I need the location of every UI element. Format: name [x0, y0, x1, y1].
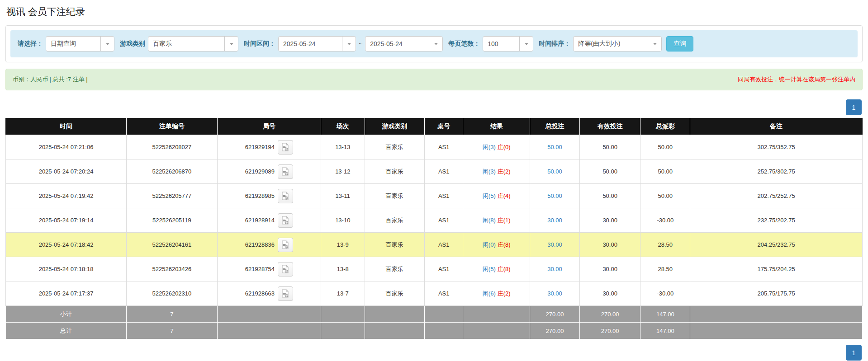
page-size-label: 每页笔数： [448, 40, 480, 48]
chevron-down-icon [519, 37, 533, 51]
col-header-game-type: 游戏类别 [365, 118, 425, 135]
date-range-tilde: ~ [359, 40, 362, 47]
subtotal-label: 小计 [6, 306, 127, 323]
cell-payout: 50.00 [640, 159, 690, 184]
total-bet-link[interactable]: 50.00 [547, 168, 562, 175]
cell-game-type: 百家乐 [365, 257, 425, 281]
footer-empty-cell [217, 306, 321, 323]
footer-empty-cell [217, 323, 321, 339]
sort-order-value: 降幂(由大到小) [574, 37, 648, 51]
cell-payout: -30.00 [640, 208, 690, 233]
pagination-bottom: 1 [5, 345, 862, 361]
cell-session: 13-7 [321, 281, 365, 306]
cell-bet-id: 522526205777 [127, 184, 218, 208]
round-id-text: 621928663 [245, 290, 275, 297]
cell-remark: 175.75/204.25 [690, 257, 863, 281]
game-type-select[interactable]: 百家乐 [148, 36, 238, 52]
video-replay-button[interactable] [278, 164, 293, 179]
total-bet-link[interactable]: 50.00 [547, 144, 562, 150]
summary-bar: 币别：人民币 | 总共 :7 注单 | 同局有效投注，统一计算在该局第一张注单内 [5, 69, 863, 90]
total-bet-link[interactable]: 30.00 [547, 290, 562, 297]
page-size-select[interactable]: 100 [483, 36, 533, 52]
cell-result: 闲(6)庄(2) [463, 281, 530, 306]
cell-round-id: 621928914 [217, 208, 321, 233]
pagination-page-1[interactable]: 1 [846, 99, 862, 115]
result-player: 闲(5) [483, 266, 496, 272]
video-replay-button[interactable] [278, 238, 293, 252]
table-row: 2025-05-24 07:20:24 522526206870 6219290… [6, 159, 863, 184]
total-bet-link[interactable]: 30.00 [547, 217, 562, 224]
cell-payout: -30.00 [640, 281, 690, 306]
video-file-icon [281, 167, 289, 176]
cell-valid-bet: 30.00 [579, 233, 640, 257]
col-header-result: 结果 [463, 118, 530, 135]
video-replay-button[interactable] [278, 213, 293, 228]
footer-empty-cell [690, 323, 863, 339]
result-banker: 庄(0) [498, 144, 511, 150]
grandtotal-row: 总计 7 270.00 270.00 147.00 [6, 323, 863, 339]
cell-table: AS1 [425, 233, 463, 257]
col-header-session: 场次 [321, 118, 365, 135]
cell-game-type: 百家乐 [365, 159, 425, 184]
chevron-down-icon [100, 37, 114, 51]
col-header-remark: 备注 [690, 118, 863, 135]
cell-round-id: 621928836 [217, 233, 321, 257]
cell-time: 2025-05-24 07:17:37 [6, 281, 127, 306]
cell-bet-id: 522526205119 [127, 208, 218, 233]
cell-result: 闲(5)庄(4) [463, 184, 530, 208]
table-row: 2025-05-24 07:19:42 522526205777 6219289… [6, 184, 863, 208]
grandtotal-label: 总计 [6, 323, 127, 339]
cell-valid-bet: 30.00 [579, 257, 640, 281]
cell-game-type: 百家乐 [365, 208, 425, 233]
video-replay-button[interactable] [278, 286, 293, 301]
video-replay-button[interactable] [278, 140, 293, 155]
footer-empty-cell [321, 306, 365, 323]
cell-game-type: 百家乐 [365, 281, 425, 306]
query-type-value: 日期查询 [46, 37, 100, 51]
search-button[interactable]: 查询 [666, 36, 693, 52]
result-player: 闲(8) [483, 217, 496, 224]
query-type-select[interactable]: 日期查询 [46, 36, 114, 52]
cell-round-id: 621928663 [217, 281, 321, 306]
round-id-text: 621929089 [245, 168, 275, 175]
table-row: 2025-05-24 07:18:18 522526203426 6219287… [6, 257, 863, 281]
cell-session: 13-13 [321, 135, 365, 159]
total-bet-link[interactable]: 50.00 [547, 192, 562, 199]
cell-bet-id: 522526204161 [127, 233, 218, 257]
cell-total-bet: 30.00 [530, 233, 580, 257]
cell-bet-id: 522526203426 [127, 257, 218, 281]
cell-session: 13-11 [321, 184, 365, 208]
footer-empty-cell [321, 323, 365, 339]
footer-empty-cell [425, 323, 463, 339]
cell-remark: 252.75/302.75 [690, 159, 863, 184]
total-bet-link[interactable]: 30.00 [547, 266, 562, 272]
col-header-payout: 总派彩 [640, 118, 690, 135]
video-replay-button[interactable] [278, 189, 293, 203]
cell-table: AS1 [425, 257, 463, 281]
cell-table: AS1 [425, 159, 463, 184]
total-bet-link[interactable]: 30.00 [547, 241, 562, 248]
table-body: 2025-05-24 07:21:06 522526208027 6219291… [6, 135, 863, 306]
cell-round-id: 621928754 [217, 257, 321, 281]
pagination-page-1[interactable]: 1 [846, 345, 862, 361]
video-file-icon [281, 289, 289, 298]
video-replay-button[interactable] [278, 262, 293, 277]
filter-bar: 请选择： 日期查询 游戏类别 百家乐 时间区间： 2025-05-24 ~ 20… [10, 30, 858, 57]
round-id-text: 621928836 [245, 241, 275, 248]
sort-order-select[interactable]: 降幂(由大到小) [573, 36, 662, 52]
cell-time: 2025-05-24 07:19:14 [6, 208, 127, 233]
table-row: 2025-05-24 07:17:37 522526202310 6219286… [6, 281, 863, 306]
cell-game-type: 百家乐 [365, 233, 425, 257]
cell-game-type: 百家乐 [365, 184, 425, 208]
video-file-icon [281, 265, 289, 273]
date-from-select[interactable]: 2025-05-24 [278, 36, 356, 52]
chevron-down-icon [224, 37, 238, 51]
subtotal-count: 7 [127, 306, 218, 323]
date-to-select[interactable]: 2025-05-24 [365, 36, 443, 52]
footer-empty-cell [425, 306, 463, 323]
cell-result: 闲(0)庄(8) [463, 233, 530, 257]
cell-session: 13-8 [321, 257, 365, 281]
summary-text: 币别：人民币 | 总共 :7 注单 | [13, 75, 88, 84]
result-banker: 庄(4) [498, 192, 511, 199]
table-row: 2025-05-24 07:21:06 522526208027 6219291… [6, 135, 863, 159]
